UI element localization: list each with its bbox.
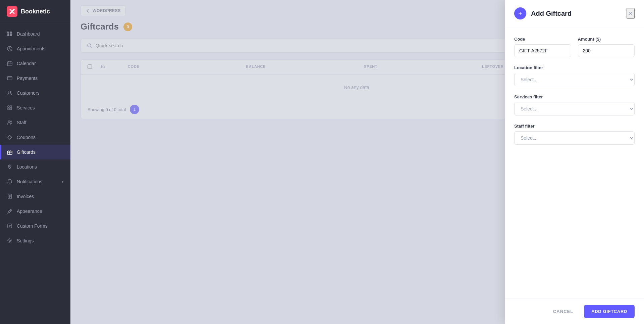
location-select[interactable]: Select... (514, 73, 635, 86)
staff-select[interactable]: Select... (514, 131, 635, 145)
calendar-icon (7, 60, 13, 66)
locations-icon (7, 164, 13, 170)
svg-rect-8 (7, 62, 12, 66)
location-label: Location filter (514, 65, 635, 70)
svg-point-21 (10, 137, 11, 137)
sidebar-item-payments[interactable]: Payments (0, 71, 70, 86)
services-select[interactable]: Select... (514, 102, 635, 115)
svg-rect-17 (8, 108, 9, 110)
panel-body: Code Amount ($) Location filter Select..… (505, 27, 644, 298)
sidebar-label-appointments: Appointments (17, 46, 46, 51)
th-code: CODE (128, 64, 246, 70)
sidebar-label-appearance: Appearance (17, 209, 42, 214)
add-giftcard-button[interactable]: ADD GIFTCARD (584, 305, 635, 318)
svg-point-19 (8, 121, 10, 123)
app-name: Booknetic (21, 8, 50, 15)
staff-icon (7, 120, 13, 126)
panel-close-button[interactable]: × (627, 8, 635, 19)
settings-icon (7, 238, 13, 244)
sidebar-item-staff[interactable]: Staff (0, 115, 70, 130)
giftcards-count-badge: 0 (123, 22, 132, 31)
sidebar-item-calendar[interactable]: Calendar (0, 56, 70, 71)
sidebar-label-coupons: Coupons (17, 135, 36, 140)
showing-text: Showing 0 of 0 total (88, 107, 126, 112)
svg-rect-18 (10, 108, 12, 110)
panel-header: + Add Giftcard × (505, 0, 644, 27)
payments-icon (7, 75, 13, 81)
appointments-icon (7, 46, 13, 52)
dashboard-icon (7, 31, 13, 37)
code-input[interactable] (514, 44, 571, 57)
sidebar-item-invoices[interactable]: Invoices (0, 189, 70, 204)
select-all-checkbox[interactable] (88, 64, 92, 69)
sidebar-label-giftcards: Giftcards (17, 149, 36, 155)
th-balance: BALANCE (246, 64, 364, 70)
sidebar-item-custom-forms[interactable]: Custom Forms (0, 219, 70, 233)
staff-filter-group: Staff filter Select... (514, 124, 635, 145)
th-checkbox (88, 64, 101, 70)
arrow-left-icon (86, 8, 90, 13)
svg-point-25 (9, 166, 10, 167)
panel-plus-icon: + (514, 7, 526, 19)
sidebar-label-invoices: Invoices (17, 194, 34, 199)
th-spent: SPENT (364, 64, 482, 70)
custom-forms-icon (7, 223, 13, 229)
svg-point-14 (9, 91, 11, 93)
panel-footer: CANCEL ADD GIFTCARD (505, 298, 644, 324)
sidebar-label-services: Services (17, 105, 35, 110)
appearance-icon (7, 208, 13, 214)
sidebar-label-notifications: Notifications (17, 179, 42, 184)
svg-point-20 (10, 121, 12, 122)
svg-rect-31 (8, 224, 12, 228)
nav-menu: Dashboard Appointments Calendar Payments (0, 23, 70, 324)
logo-area: Booknetic (0, 0, 70, 23)
sidebar-item-dashboard[interactable]: Dashboard (0, 27, 70, 41)
svg-point-34 (9, 240, 11, 242)
sidebar-item-customers[interactable]: Customers (0, 86, 70, 100)
amount-field-group: Amount ($) (578, 37, 635, 57)
sidebar-label-dashboard: Dashboard (17, 31, 40, 37)
sidebar-label-payments: Payments (17, 76, 38, 81)
svg-line-30 (10, 210, 11, 211)
sidebar: Booknetic Dashboard Appointments Calenda… (0, 0, 70, 324)
svg-rect-16 (10, 106, 12, 107)
pagination-page-1[interactable]: 1 (130, 105, 139, 114)
th-number: № (101, 64, 128, 70)
page-title: Giftcards (80, 21, 119, 32)
code-amount-row: Code Amount ($) (514, 37, 635, 57)
search-icon (87, 43, 92, 48)
sidebar-label-locations: Locations (17, 164, 37, 170)
sidebar-label-staff: Staff (17, 120, 26, 125)
notifications-icon (7, 179, 13, 185)
wordpress-button[interactable]: WORDPRESS (80, 5, 126, 16)
chevron-down-icon: ▾ (62, 180, 64, 184)
amount-label: Amount ($) (578, 37, 635, 42)
customers-icon (7, 90, 13, 96)
sidebar-label-custom-forms: Custom Forms (17, 223, 48, 229)
svg-rect-6 (10, 34, 12, 36)
amount-input[interactable] (578, 44, 635, 57)
sidebar-item-notifications[interactable]: Notifications ▾ (0, 174, 70, 189)
location-filter-group: Location filter Select... (514, 65, 635, 86)
svg-rect-4 (10, 32, 12, 34)
sidebar-item-appearance[interactable]: Appearance (0, 204, 70, 219)
sidebar-item-locations[interactable]: Locations (0, 159, 70, 174)
sidebar-item-services[interactable]: Services (0, 100, 70, 115)
svg-rect-3 (7, 32, 9, 34)
giftcards-icon (7, 149, 13, 155)
staff-label: Staff filter (514, 124, 635, 129)
svg-rect-15 (8, 106, 9, 107)
sidebar-label-calendar: Calendar (17, 61, 36, 66)
sidebar-label-settings: Settings (17, 238, 34, 243)
sidebar-item-settings[interactable]: Settings (0, 233, 70, 248)
sidebar-item-coupons[interactable]: Coupons (0, 130, 70, 145)
svg-point-35 (88, 44, 91, 47)
svg-line-36 (91, 47, 92, 48)
sidebar-item-giftcards[interactable]: Giftcards (0, 145, 70, 159)
wp-button-label: WORDPRESS (93, 8, 121, 13)
sidebar-item-appointments[interactable]: Appointments (0, 41, 70, 56)
cancel-button[interactable]: CANCEL (547, 305, 579, 318)
services-label: Services filter (514, 94, 635, 99)
svg-rect-12 (7, 77, 12, 80)
empty-message: No any data! (344, 85, 370, 90)
